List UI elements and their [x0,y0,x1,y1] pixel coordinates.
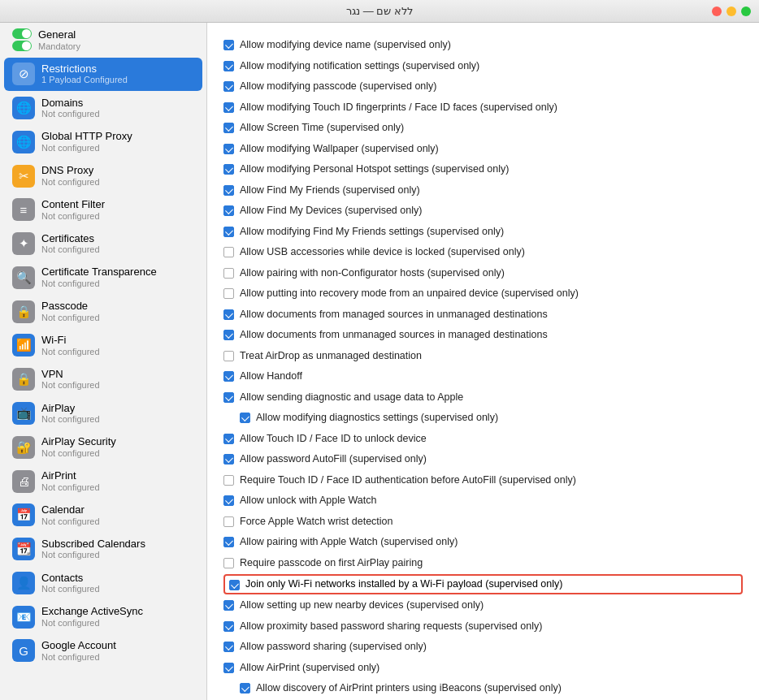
checkbox-14[interactable] [223,309,234,320]
checkbox-25[interactable] [223,537,234,547]
maximize-button[interactable] [741,6,751,16]
checkbox-16[interactable] [223,351,234,361]
content-filter-sublabel: Not configured [41,211,194,222]
sidebar-item-dns-proxy[interactable]: ✂DNS ProxyNot configured [4,159,202,192]
content-filter-icon: ≡ [12,198,35,221]
airprint-label: AirPrint [41,469,194,482]
passcode-icon: 🔒 [12,300,35,323]
checkbox-12[interactable] [223,268,234,279]
restriction-text-12: Allow pairing with non-Configurator host… [240,266,505,281]
checkbox-6[interactable] [223,144,234,154]
checkbox-21[interactable] [223,454,234,465]
restriction-item-26: Require passcode on first AirPlay pairin… [223,553,743,574]
checkbox-17[interactable] [223,371,234,382]
close-button[interactable] [712,6,722,16]
restriction-item-9: Allow Find My Devices (supervised only) [223,201,743,222]
passcode-label: Passcode [41,300,194,313]
content-filter-text: Content FilterNot configured [41,198,194,222]
sidebar-item-wifi[interactable]: 📶Wi-FiNot configured [4,329,202,362]
checkbox-29[interactable] [223,621,234,632]
sidebar-item-airplay[interactable]: 📺AirPlayNot configured [4,397,202,430]
wifi-text: Wi-FiNot configured [41,334,194,357]
checkbox-11[interactable] [223,247,234,257]
certificate-transparence-sublabel: Not configured [41,279,194,289]
global-http-proxy-label: Global HTTP Proxy [41,130,194,143]
sidebar-item-calendar[interactable]: 📅CalendarNot configured [4,499,202,532]
restriction-item-4: Allow modifying Touch ID fingerprints / … [223,97,743,119]
sidebar-item-vpn[interactable]: 🔒VPNNot configured [4,363,202,396]
restriction-item-14: Allow documents from managed sources in … [223,305,743,326]
vpn-sublabel: Not configured [41,380,194,391]
contacts-label: Contacts [41,572,194,585]
checkbox-10[interactable] [223,227,234,237]
highlighted-restriction-item: Join only Wi-Fi networks installed by a … [223,574,743,594]
checkbox-28[interactable] [223,600,234,611]
minimize-button[interactable] [726,6,736,16]
subscribed-calendars-icon: 📆 [12,538,35,560]
checkbox-1[interactable] [223,40,234,50]
checkbox-13[interactable] [223,288,234,299]
subscribed-calendars-sublabel: Not configured [41,550,194,560]
passcode-text: PasscodeNot configured [41,300,194,323]
checkbox-24[interactable] [223,516,234,527]
sidebar-item-certificates[interactable]: ✦CertificatesNot configured [4,227,202,261]
restriction-text-3: Allow modifying passcode (supervised onl… [240,80,436,94]
restriction-text-22: Require Touch ID / Face ID authenticatio… [240,473,576,488]
sidebar-item-contacts[interactable]: 👤ContactsNot configured [4,567,202,600]
checkbox-27[interactable] [229,580,240,590]
airplay-security-text: AirPlay SecurityNot configured [41,435,194,459]
sidebar-item-passcode[interactable]: 🔒PasscodeNot configured [4,295,202,328]
highlighted-wrapper: Join only Wi-Fi networks installed by a … [223,574,743,594]
checkbox-15[interactable] [223,330,234,340]
checkbox-32[interactable] [240,683,250,694]
checkbox-18[interactable] [223,392,234,403]
certificates-label: Certificates [41,232,194,245]
checkbox-31[interactable] [223,663,234,673]
checkbox-9[interactable] [223,205,234,216]
checkbox-26[interactable] [223,558,234,568]
checkbox-5[interactable] [223,123,234,133]
sidebar-item-airplay-security[interactable]: 🔐AirPlay SecurityNot configured [4,430,202,464]
checkbox-20[interactable] [223,434,234,444]
checkbox-2[interactable] [223,61,234,71]
calendar-sublabel: Not configured [41,516,194,527]
calendar-label: Calendar [41,503,194,516]
exchange-activesync-icon: 📧 [12,606,35,629]
restriction-item-13: Allow putting into recovery mode from an… [223,283,743,305]
sidebar-item-subscribed-calendars[interactable]: 📆Subscribed CalendarsNot configured [4,533,202,566]
restriction-item-23: Allow unlock with Apple Watch [223,490,743,512]
title-bar: ללא שם — נגר [0,0,759,23]
sidebar-item-domains[interactable]: 🌐DomainsNot configured [4,92,202,125]
google-account-text: Google AccountNot configured [41,639,194,663]
checkbox-7[interactable] [223,164,234,175]
toggle-track-on [12,28,32,39]
sidebar-item-content-filter[interactable]: ≡Content FilterNot configured [4,193,202,227]
vpn-icon: 🔒 [12,368,35,391]
restriction-item-12: Allow pairing with non-Configurator host… [223,263,743,284]
airplay-security-label: AirPlay Security [41,435,194,448]
sidebar-item-google-account[interactable]: GGoogle AccountNot configured [4,634,202,668]
sidebar-item-restrictions[interactable]: ⊘Restrictions1 Payload Configured [4,58,202,91]
restriction-text-4: Allow modifying Touch ID fingerprints / … [240,101,557,115]
google-account-sublabel: Not configured [41,652,194,663]
restrictions-icon: ⊘ [12,63,35,85]
sidebar-item-certificate-transparence[interactable]: 🔍Certificate TransparenceNot configured [4,261,202,294]
checkbox-3[interactable] [223,81,234,92]
sidebar-item-airprint[interactable]: 🖨AirPrintNot configured [4,465,202,498]
checkbox-4[interactable] [223,102,234,113]
restriction-text-17: Allow Handoff [240,369,302,384]
checkbox-19[interactable] [240,413,250,423]
checkbox-8[interactable] [223,185,234,196]
checkbox-30[interactable] [223,642,234,652]
restriction-item-15: Allow documents from unmanaged sources i… [223,325,743,346]
certificates-icon: ✦ [12,232,35,255]
checkbox-22[interactable] [223,475,234,486]
sidebar-item-exchange-activesync[interactable]: 📧Exchange ActiveSyncNot configured [4,600,202,633]
sidebar-item-general[interactable]: General Mandatory [4,24,202,57]
certificate-transparence-label: Certificate Transparence [41,266,194,279]
checkbox-23[interactable] [223,495,234,506]
content-area: Allow modifying device name (supervised … [207,23,759,700]
sidebar-item-global-http-proxy[interactable]: 🌐Global HTTP ProxyNot configured [4,125,202,158]
exchange-activesync-sublabel: Not configured [41,618,194,629]
restriction-text-9: Allow Find My Devices (supervised only) [240,204,422,218]
